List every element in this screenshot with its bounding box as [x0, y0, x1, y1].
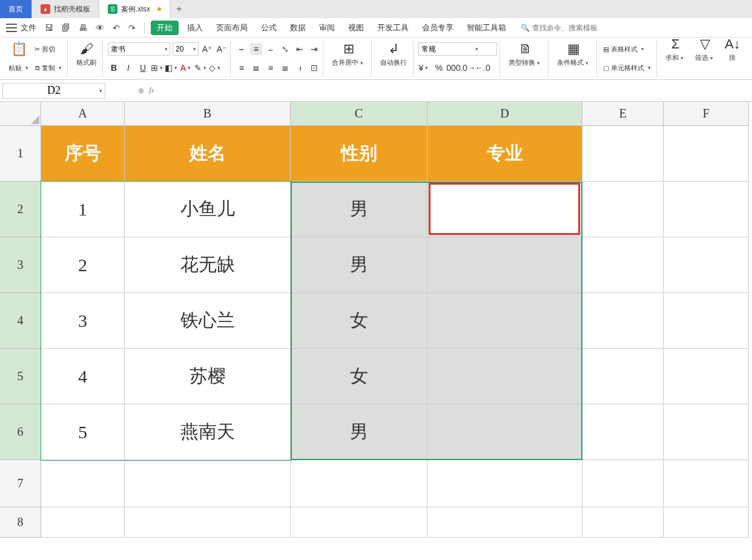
ribbon-tab-insert[interactable]: 插入 [182, 20, 208, 36]
copy-button[interactable]: ⧉复制▾ [34, 62, 65, 74]
cell-F8[interactable] [664, 507, 749, 538]
col-header-D[interactable]: D [427, 102, 582, 126]
row-header-8[interactable]: 8 [0, 507, 41, 538]
cell-F1[interactable] [664, 126, 749, 182]
cell-D1[interactable]: 专业 [427, 126, 582, 182]
inc-decimal-icon[interactable]: .0→ [462, 62, 474, 74]
cell-B6[interactable]: 燕南天 [125, 404, 291, 460]
align-left-icon[interactable]: ≡ [236, 62, 248, 74]
justify-icon[interactable]: ≣ [279, 62, 291, 74]
merge-button[interactable]: ⊞合并居中▾ [328, 40, 369, 68]
dec-decimal-icon[interactable]: ←.0 [477, 62, 489, 74]
redo-icon[interactable]: ↷ [126, 22, 138, 34]
indent-right-icon[interactable]: ⇥ [308, 43, 320, 55]
cell-B2[interactable]: 小鱼儿 [125, 182, 291, 237]
cell-A6[interactable]: 5 [41, 404, 125, 460]
col-header-C[interactable]: C [291, 102, 427, 126]
format-painter-button[interactable]: 🖌 格式刷 [73, 40, 100, 68]
cell-E1[interactable] [582, 126, 664, 182]
cell-A2[interactable]: 1 [41, 182, 125, 237]
search-input[interactable] [532, 24, 617, 32]
row-header-4[interactable]: 4 [0, 293, 41, 349]
name-box[interactable]: ▾ [2, 83, 105, 99]
shrink-icon[interactable]: ⊡ [308, 62, 320, 74]
cell-A8[interactable] [41, 507, 125, 538]
save-icon[interactable]: 🖫 [42, 22, 56, 34]
chevron-down-icon[interactable]: ▾ [99, 88, 102, 94]
cell-F6[interactable] [664, 404, 749, 460]
cell-C7[interactable] [291, 460, 427, 507]
ribbon-tab-dev[interactable]: 开发工具 [372, 20, 414, 36]
ribbon-tab-start[interactable]: 开始 [151, 21, 179, 35]
row-header-5[interactable]: 5 [0, 349, 41, 404]
cell-style-button[interactable]: ▢单元格样式▾ [602, 62, 654, 74]
cell-F4[interactable] [664, 293, 749, 349]
cell-B5[interactable]: 苏樱 [125, 349, 291, 404]
indent-left-icon[interactable]: ⇤ [294, 43, 306, 55]
orientation-icon[interactable]: ⤡ [279, 43, 291, 55]
cut-button[interactable]: ✂剪切 [33, 44, 56, 55]
ribbon-tab-member[interactable]: 会员专享 [417, 20, 458, 36]
cell-A5[interactable]: 4 [41, 349, 125, 404]
col-header-B[interactable]: B [125, 102, 291, 126]
cell-D5[interactable] [427, 349, 582, 404]
currency-icon[interactable]: ¥▾ [418, 62, 430, 74]
highlight-button[interactable]: ✎▾ [195, 62, 207, 74]
cell-C6[interactable]: 男 [291, 404, 427, 460]
ribbon-tab-layout[interactable]: 页面布局 [211, 20, 252, 36]
cell-B7[interactable] [125, 460, 291, 507]
undo-icon[interactable]: ↶ [110, 22, 122, 34]
paste-button[interactable]: 📋 [7, 40, 31, 58]
align-middle-icon[interactable]: ≡ [250, 43, 262, 55]
cell-E6[interactable] [582, 404, 664, 460]
comma-icon[interactable]: 000 [447, 62, 460, 74]
row-header-2[interactable]: 2 [0, 182, 41, 237]
row-header-1[interactable]: 1 [0, 126, 41, 182]
col-header-E[interactable]: E [582, 102, 664, 126]
align-bottom-icon[interactable]: ⫠ [265, 43, 277, 55]
name-box-input[interactable] [3, 84, 105, 97]
border-button[interactable]: ⊞▾ [151, 62, 163, 74]
font-size[interactable]: ▾ [173, 42, 199, 56]
cell-E2[interactable] [582, 182, 664, 237]
cell-E7[interactable] [582, 460, 664, 507]
cell-C8[interactable] [291, 507, 427, 538]
cell-E5[interactable] [582, 349, 664, 404]
cell-C4[interactable]: 女 [291, 293, 427, 349]
fx-icon[interactable]: fx [149, 86, 154, 95]
font-selector[interactable]: ▾ [108, 42, 170, 56]
tab-home[interactable]: 首页 [0, 0, 32, 18]
distribute-icon[interactable]: ⫞ [294, 62, 306, 74]
cell-E3[interactable] [582, 237, 664, 293]
align-top-icon[interactable]: ⫟ [236, 43, 248, 55]
cell-B1[interactable]: 姓名 [125, 126, 291, 182]
col-header-F[interactable]: F [664, 102, 749, 126]
cancel-fx-icon[interactable]: ⊗ [138, 87, 144, 95]
cell-A4[interactable]: 3 [41, 293, 125, 349]
ribbon-tab-data[interactable]: 数据 [285, 20, 311, 36]
cell-D7[interactable] [427, 460, 582, 507]
cell-C1[interactable]: 性别 [291, 126, 427, 182]
cell-B8[interactable] [125, 507, 291, 538]
tab-templates[interactable]: ♦ 找稻壳模板 [32, 0, 99, 18]
row-header-6[interactable]: 6 [0, 404, 41, 460]
bold-button[interactable]: B [108, 62, 120, 74]
underline-button[interactable]: U [137, 62, 149, 74]
sum-button[interactable]: Σ求和▾ [662, 35, 689, 64]
paste-label[interactable]: 粘贴▾ [7, 62, 31, 74]
cell-A7[interactable] [41, 460, 125, 507]
type-convert-button[interactable]: 🗎类型转换▾ [505, 40, 546, 68]
align-center-icon[interactable]: ≣ [250, 62, 262, 74]
command-search[interactable]: 🔍 [521, 24, 617, 32]
cell-E4[interactable] [582, 293, 664, 349]
fill-color-button[interactable]: ◧▾ [166, 62, 178, 74]
cell-C3[interactable]: 男 [291, 237, 427, 293]
decrease-font-icon[interactable]: A⁻ [216, 43, 228, 55]
ribbon-tab-view[interactable]: 视图 [343, 20, 369, 36]
align-right-icon[interactable]: ≡ [265, 62, 277, 74]
ribbon-tab-review[interactable]: 审阅 [314, 20, 340, 36]
cell-D3[interactable] [427, 237, 582, 293]
table-style-button[interactable]: ▤表格样式▾ [602, 44, 647, 55]
cell-D6[interactable] [427, 404, 582, 460]
cell-F5[interactable] [664, 349, 749, 404]
